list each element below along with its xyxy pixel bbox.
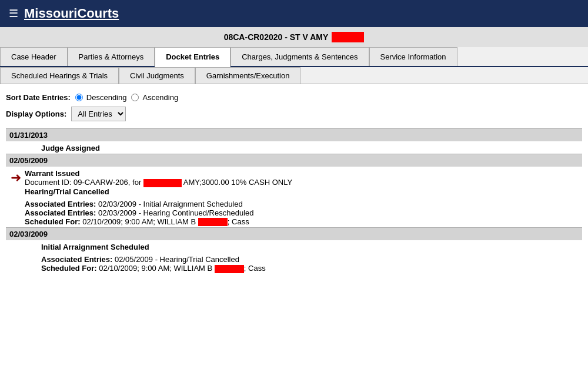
date-header-02032009: 02/03/2009 xyxy=(6,227,582,240)
case-title-bar: 08CA-CR02020 - ST V AMY xyxy=(0,27,588,47)
initial-arraignment-container: Initial Arraignment Scheduled Associated… xyxy=(6,240,582,274)
sort-descending-radio[interactable] xyxy=(75,94,83,101)
date-header-02052009: 02/05/2009 xyxy=(6,154,582,167)
secondary-tabs: Scheduled Hearings & Trials Civil Judgme… xyxy=(0,67,588,84)
assoc-entry-1: Associated Entries: 02/03/2009 - Initial… xyxy=(25,200,579,208)
display-options: Display Options: All Entries xyxy=(6,107,582,121)
redacted-judge xyxy=(198,218,228,226)
tab-garnishments[interactable]: Garnishments/Execution xyxy=(195,67,301,84)
tab-service-information[interactable]: Service Information xyxy=(369,47,457,66)
sort-label: Sort Date Entries: xyxy=(6,93,71,102)
tab-parties-attorneys[interactable]: Parties & Attorneys xyxy=(68,47,155,66)
display-select[interactable]: All Entries xyxy=(71,107,126,121)
case-number: 08CA-CR02020 - ST V AMY xyxy=(224,32,329,42)
tab-case-header[interactable]: Case Header xyxy=(0,47,68,66)
initial-arraignment-title: Initial Arraignment Scheduled xyxy=(41,243,579,251)
sched-entry-2: Scheduled For: 02/10/2009; 9:00 AM; WILL… xyxy=(41,264,579,273)
app-header: ☰ MissouriCourts xyxy=(0,0,588,27)
sort-descending-label[interactable]: Descending xyxy=(75,93,127,102)
tab-scheduled-hearings[interactable]: Scheduled Hearings & Trials xyxy=(0,67,119,84)
tab-civil-judgments[interactable]: Civil Judgments xyxy=(119,67,195,84)
sched-entry-1: Scheduled For: 02/10/2009; 9:00 AM; WILL… xyxy=(25,217,579,227)
entry-judge-assigned: Judge Assigned xyxy=(6,141,582,154)
main-content: Sort Date Entries: Descending Ascending … xyxy=(0,84,588,283)
date-header-01312013: 01/31/2013 xyxy=(6,128,582,141)
tab-charges-judgments[interactable]: Charges, Judgments & Sentences xyxy=(230,47,369,66)
redacted-judge-2 xyxy=(215,265,244,273)
sort-options: Sort Date Entries: Descending Ascending xyxy=(6,93,582,102)
sort-ascending-radio[interactable] xyxy=(131,94,139,101)
sort-ascending-label[interactable]: Ascending xyxy=(131,93,178,102)
arrow-icon: ➜ xyxy=(11,170,21,185)
warrant-issued-title: Warrant Issued xyxy=(25,169,579,178)
entry-warrant-issued-container: ➜ Warrant Issued Document ID: 09-CAARW-2… xyxy=(6,167,582,227)
warrant-issued-content: Warrant Issued Document ID: 09-CAARW-206… xyxy=(25,169,579,226)
display-label: Display Options: xyxy=(6,110,66,118)
assoc-entry-2: Associated Entries: 02/03/2009 - Hearing… xyxy=(25,208,579,217)
hearing-trial-cancelled: Hearing/Trial Cancelled xyxy=(25,187,579,196)
app-title[interactable]: MissouriCourts xyxy=(24,6,119,21)
primary-tabs: Case Header Parties & Attorneys Docket E… xyxy=(0,47,588,67)
menu-icon[interactable]: ☰ xyxy=(9,7,18,20)
tab-docket-entries[interactable]: Docket Entries xyxy=(155,47,230,67)
assoc-entry-3: Associated Entries: 02/05/2009 - Hearing… xyxy=(41,255,579,264)
redacted-name-inline xyxy=(143,179,182,187)
redacted-name xyxy=(332,32,364,42)
warrant-doc-id: Document ID: 09-CAARW-206, for AMY;3000.… xyxy=(25,178,579,187)
